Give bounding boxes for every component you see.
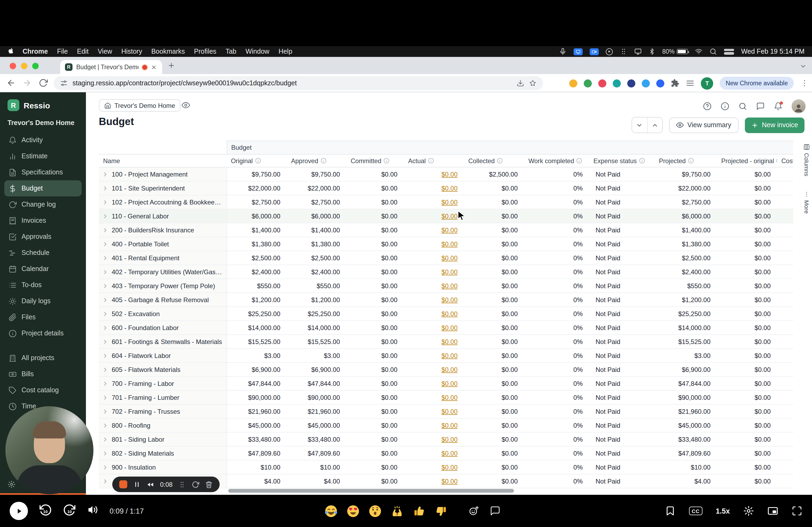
drag-handle-icon[interactable]: [178, 481, 186, 488]
chevron-right-icon[interactable]: [102, 311, 108, 317]
bluetooth-icon[interactable]: [649, 48, 655, 55]
volume-button[interactable]: [87, 504, 99, 518]
sidebar-item-budget[interactable]: Budget: [4, 180, 82, 196]
actual-amount-link[interactable]: $0.00: [441, 240, 458, 248]
reaction-raised-hands[interactable]: [390, 504, 404, 517]
browser-profile-avatar[interactable]: T: [701, 77, 713, 89]
new-tab-button[interactable]: [168, 62, 175, 71]
reaction-thumbs-up[interactable]: [412, 504, 426, 517]
camera-icon[interactable]: [590, 48, 599, 55]
display-menu-icon[interactable]: [634, 48, 642, 55]
preview-eye-icon[interactable]: [182, 101, 190, 111]
sidebar-item-files[interactable]: Files: [4, 309, 82, 325]
restart-recording-icon[interactable]: [147, 481, 154, 488]
actual-amount-link[interactable]: $0.00: [441, 380, 458, 387]
brand-row[interactable]: R Ressio: [0, 92, 86, 115]
row-name[interactable]: 702 - Framing - Trusses: [112, 408, 180, 415]
sidebar-item-invoices[interactable]: Invoices: [4, 212, 82, 229]
actual-amount-link[interactable]: $0.00: [441, 477, 458, 485]
sidebar-item-activity[interactable]: Activity: [4, 132, 82, 148]
row-name[interactable]: 401 - Rental Equipment: [112, 254, 179, 261]
extension-icon[interactable]: [613, 79, 621, 87]
row-name[interactable]: 102 - Project Accoutning & Bookkeeping: [112, 198, 222, 206]
chevron-right-icon[interactable]: [102, 241, 108, 247]
extensions-puzzle-icon[interactable]: [671, 79, 680, 88]
row-name[interactable]: 100 - Project Management: [112, 170, 188, 178]
extension-icon[interactable]: [627, 79, 636, 87]
url-text[interactable]: staging.ressio.app/contractor/project/cl…: [73, 79, 297, 87]
menu-item-history[interactable]: History: [121, 48, 142, 55]
columns-button[interactable]: Columns: [803, 144, 810, 176]
menu-item-file[interactable]: File: [57, 48, 68, 55]
install-app-icon[interactable]: [517, 79, 524, 87]
actual-amount-link[interactable]: $0.00: [441, 282, 458, 289]
menu-item-edit[interactable]: Edit: [77, 48, 89, 55]
row-name[interactable]: 700 - Framing - Labor: [112, 380, 174, 387]
row-name[interactable]: 701 - Framing - Lumber: [112, 394, 179, 401]
row-name[interactable]: 101 - Site Superintendent: [112, 184, 185, 192]
sidebar-item-specifications[interactable]: Specifications: [4, 164, 82, 180]
bookmark-icon[interactable]: [665, 506, 676, 516]
row-name[interactable]: 402 - Temporary Utilities (Water/Gas/Ele…: [112, 268, 222, 275]
row-name[interactable]: 604 - Flatwork Labor: [112, 352, 171, 359]
messages-icon[interactable]: [756, 102, 765, 110]
actual-amount-link[interactable]: $0.00: [441, 436, 458, 443]
row-name[interactable]: 502 - Excavation: [112, 310, 160, 317]
forward-button[interactable]: [23, 78, 32, 90]
row-name[interactable]: 400 - Portable Toilet: [112, 240, 169, 248]
chevron-right-icon[interactable]: [102, 185, 108, 191]
menu-item-chrome[interactable]: Chrome: [23, 48, 48, 55]
extension-icon[interactable]: [642, 79, 650, 87]
row-name[interactable]: 600 - Foundation Labor: [112, 324, 179, 331]
player-settings-icon[interactable]: [743, 506, 754, 516]
row-name[interactable]: 403 - Temporary Power (Temp Pole): [112, 282, 215, 289]
sidebar-item-project-details[interactable]: Project details: [4, 325, 82, 341]
play-button[interactable]: [10, 502, 28, 520]
close-window-button[interactable]: [10, 63, 16, 69]
actual-amount-link[interactable]: $0.00: [441, 463, 458, 471]
reload-button[interactable]: [39, 78, 48, 90]
bookmark-star-icon[interactable]: [529, 79, 536, 87]
fullscreen-icon[interactable]: [792, 506, 802, 516]
actual-amount-link[interactable]: $0.00: [441, 310, 458, 317]
back-button[interactable]: [6, 78, 16, 90]
stop-recording-button[interactable]: [119, 480, 127, 488]
menu-item-window[interactable]: Window: [245, 48, 269, 55]
pause-recording-icon[interactable]: [133, 481, 141, 488]
chevron-right-icon[interactable]: [102, 352, 108, 359]
collapse-all-button[interactable]: [632, 118, 647, 133]
actual-amount-link[interactable]: $0.00: [441, 226, 458, 234]
menu-item-help[interactable]: Help: [278, 48, 292, 55]
minimize-window-button[interactable]: [21, 63, 27, 69]
chevron-right-icon[interactable]: [102, 171, 108, 177]
chevron-right-icon[interactable]: [102, 338, 108, 345]
playback-speed-button[interactable]: 1.5x: [715, 507, 730, 515]
user-avatar[interactable]: [792, 99, 806, 113]
chevron-right-icon[interactable]: [102, 297, 108, 303]
sidebar-item-all-projects[interactable]: All projects: [4, 350, 82, 366]
info-icon[interactable]: [721, 102, 729, 110]
forward-10-button[interactable]: 10: [63, 503, 76, 519]
apple-menu-icon[interactable]: [8, 47, 14, 56]
sidebar-item-approvals[interactable]: Approvals: [4, 229, 82, 245]
redo-recording-icon[interactable]: [192, 481, 200, 488]
add-reaction-icon[interactable]: [468, 506, 479, 516]
browser-tab[interactable]: R Budget | Trevor's Demo H: [60, 60, 162, 74]
picture-in-picture-icon[interactable]: [767, 506, 778, 516]
chevron-right-icon[interactable]: [102, 422, 108, 428]
actual-amount-link[interactable]: $0.00: [441, 254, 458, 261]
side-panel-icon[interactable]: [686, 79, 695, 88]
chevron-right-icon[interactable]: [102, 325, 108, 331]
menu-item-tab[interactable]: Tab: [226, 48, 236, 55]
chevron-right-icon[interactable]: [102, 199, 108, 205]
delete-recording-icon[interactable]: [205, 481, 213, 488]
menu-item-view[interactable]: View: [98, 48, 112, 55]
row-name[interactable]: 200 - BuildersRisk Insurance: [112, 226, 194, 234]
captions-button[interactable]: CC: [689, 507, 702, 515]
actual-amount-link[interactable]: $0.00: [441, 170, 458, 178]
extension-icon[interactable]: [569, 79, 578, 87]
actual-amount-link[interactable]: $0.00: [441, 366, 458, 373]
microphone-icon[interactable]: [559, 48, 567, 55]
chevron-right-icon[interactable]: [102, 436, 108, 442]
tab-overflow-chevron-icon[interactable]: [800, 62, 807, 72]
